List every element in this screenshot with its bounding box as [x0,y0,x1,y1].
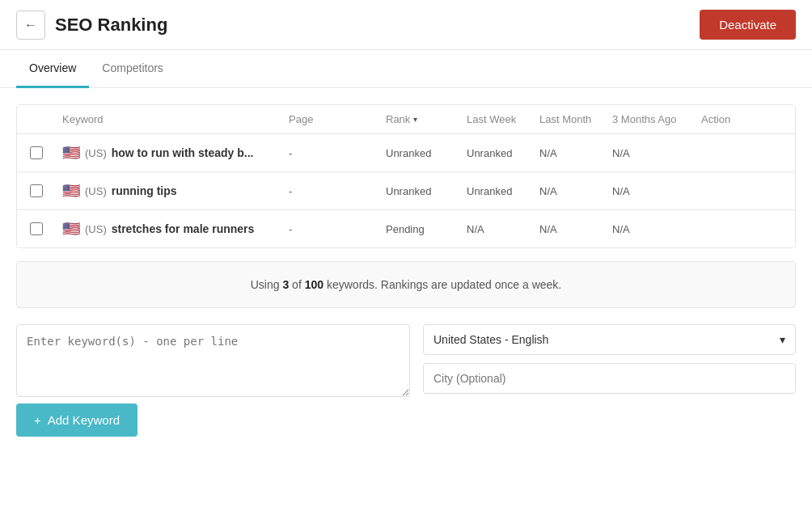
last-month-cell-1: N/A [539,147,612,159]
tab-competitors[interactable]: Competitors [89,50,176,88]
page-cell-3: - [289,223,386,235]
us-label-3: (US) [85,223,107,235]
rank-cell-2: Unranked [386,185,467,197]
tabs: Overview Competitors [0,50,812,88]
rank-cell-1: Unranked [386,147,467,159]
col-page: Page [289,113,386,125]
keyword-text-2: running tips [112,184,177,197]
add-keyword-label: Add Keyword [48,413,120,427]
table-row: 🇺🇸 (US) how to run with steady b... - Un… [17,134,795,172]
last-month-cell-2: N/A [539,185,612,197]
page-cell-1: - [289,147,386,159]
col-three-months: 3 Months Ago [612,113,701,125]
last-week-cell-3: N/A [467,223,539,235]
back-button[interactable]: ← [16,11,45,40]
city-input[interactable] [423,363,796,394]
col-keyword: Keyword [62,113,289,125]
last-week-cell-2: Unranked [467,185,539,197]
keyword-text-1: how to run with steady b... [112,146,254,159]
info-total: 100 [305,278,324,291]
back-icon: ← [24,18,37,32]
deactivate-button[interactable]: Deactivate [700,10,796,40]
header: ← SEO Ranking Deactivate [0,0,812,50]
locale-select[interactable]: United States - English ▾ [423,324,796,355]
info-separator: of [289,278,304,291]
header-left: ← SEO Ranking [16,11,167,40]
flag-icon-1: 🇺🇸 [62,146,80,160]
main-content: Keyword Page Rank ▾ Last Week Last Month… [0,88,812,453]
flag-icon-3: 🇺🇸 [62,222,80,236]
right-inputs: United States - English ▾ [423,324,796,394]
three-months-cell-2: N/A [612,185,701,197]
row-checkbox-3[interactable] [30,222,43,235]
locale-value: United States - English [433,333,548,346]
last-month-cell-3: N/A [539,223,612,235]
info-prefix: Using [251,278,283,291]
row-checkbox-1[interactable] [30,146,43,159]
row-checkbox-2[interactable] [30,184,43,197]
page-cell-2: - [289,185,386,197]
col-rank[interactable]: Rank ▾ [386,113,467,125]
rank-cell-3: Pending [386,223,467,235]
col-last-month: Last Month [539,113,612,125]
plus-icon: + [34,413,41,427]
info-suffix: keywords. Rankings are updated once a we… [324,278,561,291]
col-last-week: Last Week [467,113,539,125]
keyword-table: Keyword Page Rank ▾ Last Week Last Month… [16,104,796,248]
page-title: SEO Ranking [55,15,167,36]
add-keyword-section: United States - English ▾ [16,324,796,397]
table-row: 🇺🇸 (US) stretches for male runners - Pen… [17,210,795,247]
keyword-text-3: stretches for male runners [112,222,255,235]
col-action: Action [701,113,782,125]
keyword-cell-3: 🇺🇸 (US) stretches for male runners [62,222,289,236]
us-label-1: (US) [85,147,107,159]
add-keyword-button[interactable]: + Add Keyword [16,403,137,437]
last-week-cell-1: Unranked [467,147,539,159]
three-months-cell-3: N/A [612,223,701,235]
chevron-down-icon: ▾ [780,333,785,346]
col-checkbox [30,113,62,125]
table-header: Keyword Page Rank ▾ Last Week Last Month… [17,105,795,134]
keyword-textarea[interactable] [16,324,410,397]
three-months-cell-1: N/A [612,147,701,159]
sort-icon: ▾ [413,115,417,124]
keyword-cell-2: 🇺🇸 (US) running tips [62,184,289,198]
tab-overview[interactable]: Overview [16,50,89,88]
us-label-2: (US) [85,185,107,197]
table-row: 🇺🇸 (US) running tips - Unranked Unranked… [17,172,795,210]
flag-icon-2: 🇺🇸 [62,184,80,198]
keyword-cell-1: 🇺🇸 (US) how to run with steady b... [62,146,289,160]
info-box: Using 3 of 100 keywords. Rankings are up… [16,261,796,308]
